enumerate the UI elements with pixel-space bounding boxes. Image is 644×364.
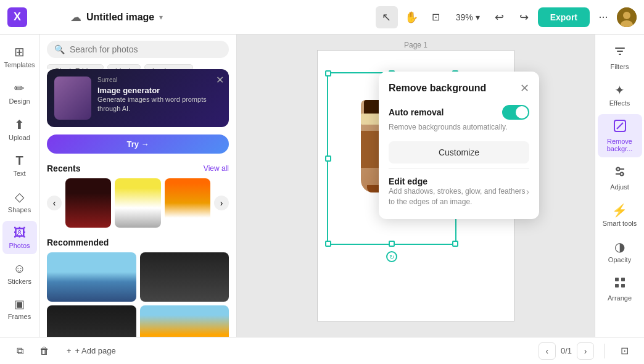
try-btn[interactable]: Try → [47,134,229,154]
arrange-icon [613,276,627,292]
right-label-adjust: Adjust [610,183,629,191]
sidebar-item-frames[interactable]: ▣ Frames [2,292,37,325]
add-page-label: + Add page [75,346,116,355]
right-item-adjust[interactable]: Adjust [598,160,642,196]
rec-item-2[interactable] [140,252,229,302]
zoom-chevron-icon: ▾ [476,12,480,22]
view-all-btn[interactable]: View all [204,164,229,173]
gen-description: Generate images with word prompts throug… [97,95,221,114]
add-page-icon: + [67,346,72,355]
sidebar-label-shapes: Shapes [8,206,31,213]
sidebar-item-shapes[interactable]: ◇ Shapes [2,184,37,218]
right-item-smart-tools[interactable]: ⚡ Smart tools [598,198,642,232]
delete-btn[interactable]: 🗑 [35,341,54,361]
svg-point-1 [623,12,630,19]
upload-icon: ⬆ [14,117,25,132]
right-label-smart-tools: Smart tools [603,220,637,227]
recents-title: Recents [47,163,80,173]
hand-tool-btn[interactable]: ✋ [400,6,423,28]
duplicate-btn[interactable]: ⧉ [10,341,30,361]
toggle-knob [516,106,528,118]
dialog-close-btn[interactable]: ✕ [520,81,529,95]
export-btn[interactable]: Export [538,7,590,27]
recents-next-btn[interactable]: › [214,196,229,210]
handle-tl[interactable] [325,70,331,77]
sidebar-label-design: Design [9,97,30,105]
svg-rect-4 [617,51,623,52]
templates-icon: ⊞ [14,44,25,59]
rotate-handle[interactable]: ↻ [386,251,397,262]
filters-icon [613,44,627,61]
tag-black[interactable]: black [107,64,141,69]
sidebar-item-text[interactable]: T Text [2,149,37,182]
page-prev-btn[interactable]: ‹ [539,342,556,360]
avatar[interactable] [617,7,637,27]
search-input[interactable] [70,44,221,54]
rec-item-3[interactable] [47,305,136,337]
rec-item-4[interactable] [140,305,229,337]
right-item-effects[interactable]: ✦ Effects [598,78,642,112]
svg-point-8 [616,168,619,171]
photos-icon: 🖼 [14,226,26,240]
image-gen-card: Surreal Image generator Generate images … [47,69,229,127]
recommended-title: Recommended [39,235,236,252]
edit-edge-chevron-icon: › [526,186,529,197]
svg-rect-12 [621,278,625,281]
add-page-btn[interactable]: + + Add page [59,344,123,358]
recent-item-3[interactable] [165,178,210,228]
photos-panel: 🔍 Black Friday black backgro... Surreal … [39,35,237,337]
right-label-remove-bg: Remove backgr... [600,138,640,152]
svg-rect-14 [621,284,625,287]
edit-edge-row[interactable]: Edit edge Add shadows, strokes, glow, an… [389,174,529,210]
rec-item-1[interactable] [47,252,136,302]
shapes-icon: ◇ [15,189,24,204]
undo-btn[interactable]: ↩ [489,6,511,28]
recent-item-2[interactable] [115,178,160,228]
gen-thumbnail [54,77,91,120]
canvas-area: Page 1 ⊡ ⊞ ⊙ [237,35,595,337]
edit-edge-title: Edit edge [389,176,526,186]
handle-lm[interactable] [325,155,331,162]
tag-black-friday[interactable]: Black Friday [47,64,104,69]
auto-removal-title: Auto removal [389,107,444,117]
dialog-divider [389,168,529,169]
cloud-icon: ☁ [70,10,81,24]
doc-title: Untitled image [86,12,154,23]
handle-bl[interactable] [325,241,331,247]
page-count: 0/1 [561,346,572,355]
zoom-btn[interactable]: 39% ▾ [450,10,486,25]
sidebar-label-text: Text [13,170,25,177]
sidebar-item-stickers[interactable]: ☺ Stickers [2,257,37,290]
recents-grid: ‹ › [39,178,236,235]
edit-edge-content: Edit edge Add shadows, strokes, glow, an… [389,176,526,207]
pointer-tool-btn[interactable]: ↖ [376,6,398,28]
sidebar-item-design[interactable]: ✏ Design [2,76,37,110]
redo-btn[interactable]: ↪ [513,6,535,28]
auto-removal-toggle[interactable] [502,105,529,120]
zoom-level: 39% [456,12,473,22]
customize-btn[interactable]: Customize [389,141,529,163]
gen-close-btn[interactable]: ✕ [216,74,224,86]
tag-background[interactable]: backgro... [144,64,193,69]
sidebar-label-frames: Frames [8,313,31,320]
stickers-icon: ☺ [13,262,25,276]
right-item-filters[interactable]: Filters [598,39,642,75]
page-next-btn[interactable]: › [577,342,594,360]
title-chevron-icon[interactable]: ▾ [159,13,163,22]
recents-prev-btn[interactable]: ‹ [47,196,62,210]
right-item-opacity[interactable]: ◑ Opacity [598,234,642,268]
more-btn[interactable]: ··· [592,6,614,28]
fit-btn[interactable]: ⊡ [614,341,634,361]
sidebar-item-upload[interactable]: ⬆ Upload [2,112,37,146]
right-item-remove-bg[interactable]: Remove backgr... [598,114,642,157]
frame-tool-btn[interactable]: ⊡ [425,6,447,28]
remove-bg-dialog: Remove background ✕ Auto removal Remove … [379,72,539,219]
sidebar-item-photos[interactable]: 🖼 Photos [2,221,37,254]
sidebar-item-templates[interactable]: ⊞ Templates [2,39,37,73]
tag-row: Black Friday black backgro... [39,64,236,69]
auto-removal-desc: Remove backgrounds automatically. [389,122,529,133]
svg-rect-5 [619,54,621,55]
search-bar[interactable]: 🔍 [47,41,229,58]
recent-item-1[interactable] [65,178,111,228]
right-item-arrange[interactable]: Arrange [598,271,642,307]
